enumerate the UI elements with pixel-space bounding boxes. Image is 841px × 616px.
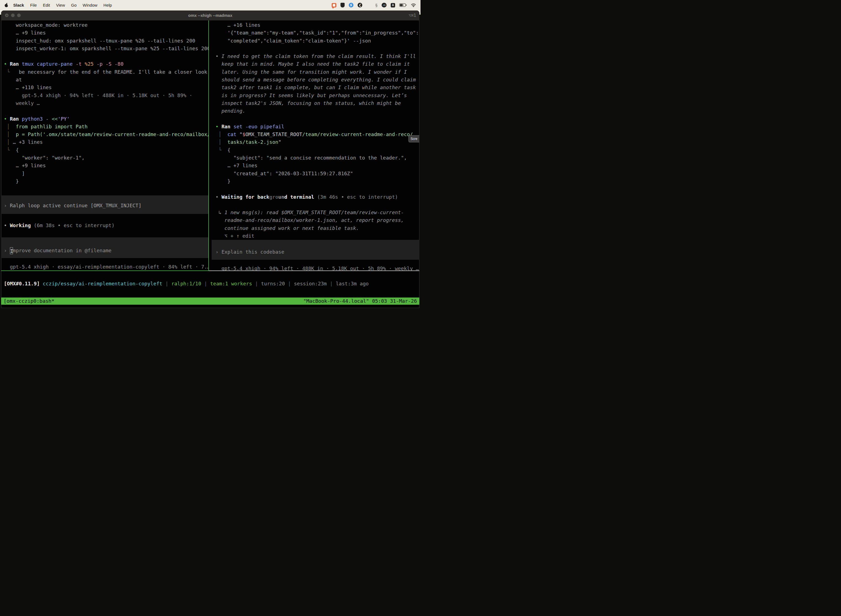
dots-grid-icon[interactable] (366, 3, 371, 7)
pane-block: … +16 lines '{"team_name":"my-team","tas… (215, 21, 419, 240)
terminal-line: • Ran set -euo pipefail (215, 123, 419, 131)
screen-share-overlay[interactable]: Scre (408, 135, 419, 142)
text-segment: continue assigned work or next feasible … (215, 225, 359, 231)
terminal-line (215, 185, 419, 193)
screen-share-label: Scre (410, 137, 418, 141)
menu-item-edit[interactable]: Edit (43, 3, 50, 7)
terminal-line: weekly … (4, 99, 208, 107)
terminal-line (4, 107, 208, 115)
terminal-line (4, 53, 208, 60)
text-segment: (6m 38s • esc to interrupt) (34, 223, 114, 228)
text-segment: task2 after task1 is complete, but can I… (215, 84, 416, 90)
text-segment: │ (4, 124, 16, 129)
text-segment: └ (4, 147, 16, 153)
text-segment: team:1 workers (210, 281, 252, 286)
pane-right-terminal[interactable]: … +16 lines '{"team_name":"my-team","tas… (209, 21, 419, 271)
text-segment: [OMX#0.11.9] (4, 281, 43, 286)
text-segment: │ (215, 139, 227, 145)
text-segment: /team/review-current-readme-and-reco/ (302, 131, 413, 137)
text-segment: (3m 46s • esc to interrupt) (317, 194, 398, 200)
terminal-line: pending. (215, 107, 419, 115)
menu-item-go[interactable]: Go (71, 3, 76, 7)
text-segment: un (278, 194, 284, 200)
terminal-line: … +110 lines (4, 84, 208, 91)
terminal-line: '{"team_name":"my-team","task_id":"1","f… (215, 29, 419, 37)
text-segment: weekly … (4, 100, 40, 106)
text-segment: "created_at": "2026-03-31T11:59:27.816Z" (215, 170, 353, 176)
squiggle-icon[interactable]: § (375, 3, 378, 8)
text-segment: << (51, 116, 58, 122)
text-segment: " (278, 139, 281, 145)
terminal-line: › Ralph loop active continue [OMX_TMUX_I… (4, 202, 208, 210)
text-segment: • (215, 194, 221, 200)
text-segment: tmux capture-pane (22, 61, 76, 67)
prompt-input-box[interactable]: › Explain this codebase (212, 240, 419, 260)
battery-icon[interactable] (399, 3, 407, 7)
pane-left-terminal[interactable]: workspace_mode: worktree … +9 lines insp… (1, 21, 208, 271)
chevron-app-icon[interactable]: ❮ (357, 3, 362, 7)
text-segment: | (252, 281, 261, 286)
terminal-line (4, 185, 208, 193)
text-segment: "completed","claim_token":"claim-token"}… (215, 38, 371, 44)
text-segment: - (46, 116, 52, 122)
text-segment: • (215, 124, 221, 129)
terminal-line (4, 214, 208, 221)
window-titlebar[interactable]: omx --xhigh --madmax ⌥⌘1 (1, 10, 419, 21)
screen-record-icon[interactable] (332, 3, 336, 7)
text-segment: session:23m (294, 281, 327, 286)
bolt-badge-icon[interactable] (349, 3, 353, 7)
text-segment: … +3 lines (13, 139, 43, 145)
menu-item-view[interactable]: View (56, 3, 65, 7)
text-segment: … +110 lines (4, 84, 51, 90)
text-segment: at (4, 77, 22, 82)
terminal-line: later. Using the same for transition mig… (215, 68, 419, 76)
text-segment: • (215, 53, 221, 59)
text-segment: ralph:1/10 (171, 281, 201, 286)
menu-bar: SlackFileEditViewGoWindowHelp ❮ § ..61 A (0, 0, 420, 10)
terminal-line: at (4, 76, 208, 84)
text-segment: inspect task2's JSON, focusing on the st… (215, 100, 401, 106)
terminal-line: gpt-5.4 xhigh · 94% left · 488K in · 5.1… (4, 92, 208, 99)
menu-item-window[interactable]: Window (83, 3, 97, 7)
text-segment: • (4, 116, 10, 122)
terminal-line: } (215, 177, 419, 185)
terminal-line: gpt-5.4 xhigh · 94% left · 488K in · 5.1… (215, 265, 419, 271)
text-segment: turns:20 (261, 281, 285, 286)
text-segment: | (162, 281, 171, 286)
ralph-inject-box[interactable]: › Ralph loop active continue [OMX_TMUX_I… (1, 195, 208, 214)
text-segment: inspect_hud: omx sparkshell --tmux-pane … (4, 38, 195, 44)
menu-item-slack[interactable]: Slack (13, 3, 24, 7)
text-segment: Ran (10, 61, 22, 67)
text-segment: inspect_worker-1: omx sparkshell --tmux-… (4, 45, 208, 51)
menu-item-file[interactable]: File (30, 3, 37, 7)
text-segment: | (201, 281, 210, 286)
badge-a-icon[interactable]: A (391, 3, 395, 7)
terminal-line: gpt-5.4 xhigh · essay/ai-reimplementatio… (4, 263, 208, 271)
terminal-line: … +16 lines (215, 21, 419, 29)
text-segment: › (215, 249, 221, 255)
terminal-line: • Ran tmux capture-pane -t %25 -p -S -80 (4, 60, 208, 68)
terminal-line: is in progress? It seems likely but perh… (215, 92, 419, 99)
text-segment: └ (215, 147, 227, 153)
terminal-line: › Improve documentation in @filename (4, 247, 208, 254)
text-segment: " (239, 131, 243, 137)
omx-status-line: [OMX#0.11.9] cczip/essay/ai-reimplementa… (4, 280, 419, 287)
window-title: omx --xhigh --madmax (1, 10, 419, 21)
text-segment: | (285, 281, 294, 286)
text-segment: I (10, 247, 13, 254)
terminal-line: task2 after task1 is complete, but can I… (215, 84, 419, 91)
text-segment: Waiting for back (221, 194, 269, 200)
badge-61-icon[interactable]: ..61 (382, 3, 387, 7)
apple-menu-icon[interactable] (4, 3, 9, 7)
text-segment: … +9 lines (4, 163, 46, 168)
text-segment: › (4, 202, 10, 208)
wifi-icon[interactable] (411, 3, 416, 7)
menu-item-help[interactable]: Help (104, 3, 112, 7)
text-segment: Working (10, 223, 34, 228)
grid-shield-icon[interactable] (340, 3, 344, 7)
terminal-line: └ { (215, 146, 419, 154)
prompt-input-box[interactable]: › Improve documentation in @filename (1, 238, 208, 258)
text-segment: keep that in mind. Maybe I also need the… (215, 61, 410, 67)
text-segment: gpt-5.4 xhigh · essay/ai-reimplementatio… (4, 264, 208, 270)
terminal-line: ⌥ + ↑ edit (215, 232, 419, 240)
